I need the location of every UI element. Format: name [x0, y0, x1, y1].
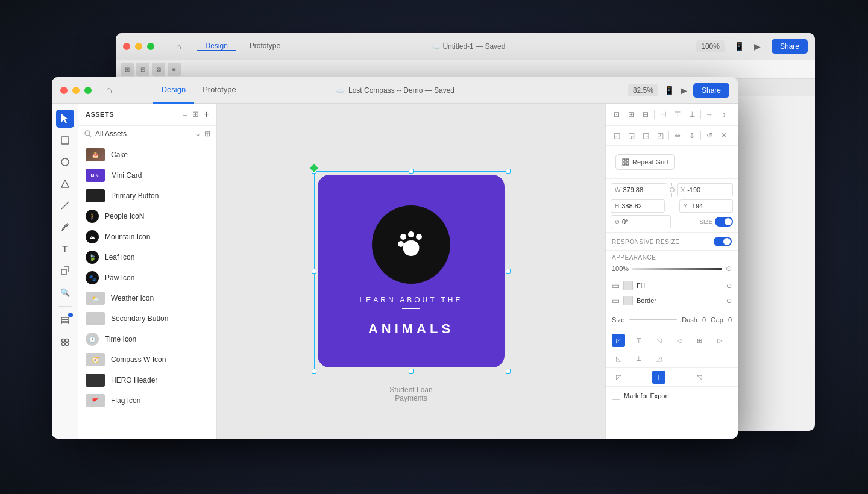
align-center-h-icon[interactable]: ⊞: [624, 106, 638, 123]
main-share-btn[interactable]: Share: [693, 83, 729, 98]
assets-list-view-btn[interactable]: ≡: [183, 110, 187, 119]
asset-item-hero-header[interactable]: HERO Header: [78, 370, 216, 390]
handle-bottom-right[interactable]: [506, 369, 511, 374]
transform-icon-4[interactable]: ◰: [653, 127, 667, 144]
align-bc-btn[interactable]: ⊥: [632, 352, 646, 365]
main-zoom-display[interactable]: 82.5%: [628, 84, 658, 96]
rectangle-tool-btn[interactable]: [56, 131, 74, 149]
zoom-tool-btn[interactable]: 🔍: [56, 283, 74, 301]
back-window-max-btn[interactable]: [147, 43, 154, 50]
distribute-v-icon[interactable]: ↕: [717, 106, 731, 123]
size-slider[interactable]: [629, 319, 677, 320]
flip-h-icon[interactable]: ⇔: [670, 127, 685, 144]
fill-eyedropper-btn[interactable]: ⊙: [726, 282, 732, 290]
layers-btn[interactable]: [56, 311, 74, 330]
main-window-min-btn[interactable]: [72, 87, 80, 94]
flip-v-icon[interactable]: ⇕: [685, 127, 699, 144]
corner-tl-btn[interactable]: ◸: [612, 370, 625, 384]
align-right-icon[interactable]: ⊟: [638, 106, 653, 123]
handle-bottom-middle[interactable]: [409, 369, 414, 374]
height-field[interactable]: H 388.82: [611, 199, 665, 213]
fill-color-swatch[interactable]: [623, 281, 633, 290]
size-toggle[interactable]: [715, 217, 733, 227]
canvas-area[interactable]: LEARN ABOUT THE ANIMALS: [217, 104, 605, 439]
main-window-close-btn[interactable]: [60, 87, 68, 94]
assets-filter-icon[interactable]: ⌄: [195, 130, 201, 138]
main-prototype-tab[interactable]: Prototype: [194, 77, 245, 104]
scale-icon[interactable]: ✕: [717, 127, 731, 144]
opacity-bar[interactable]: [632, 268, 722, 270]
back-window-min-btn[interactable]: [135, 43, 142, 50]
asset-item-mini-card[interactable]: MINI Mini Card: [78, 165, 216, 186]
asset-item-secondary-btn[interactable]: —— Secondary Button: [78, 308, 216, 329]
asset-item-paw-icon[interactable]: 🐾 Paw Icon: [78, 267, 216, 288]
rotate-field[interactable]: ↺ 0°: [611, 215, 671, 228]
main-play-icon[interactable]: ▶: [681, 86, 687, 95]
dimension-link-icon[interactable]: [670, 183, 675, 197]
asset-item-people-icon[interactable]: 🚶 People IcoN: [78, 206, 216, 227]
align-br-btn[interactable]: ◿: [652, 352, 665, 365]
handle-top-middle[interactable]: [409, 169, 414, 174]
opacity-eyedropper-icon[interactable]: ⊙: [726, 264, 732, 273]
align-left-icon[interactable]: ⊡: [609, 106, 624, 123]
back-window-device-icon[interactable]: 📱: [734, 42, 744, 51]
corner-tc-btn[interactable]: ⊤: [652, 370, 665, 384]
back-window-zoom[interactable]: 100%: [696, 40, 725, 52]
corner-tr-btn[interactable]: ◹: [693, 370, 706, 384]
align-tr-btn[interactable]: ◹: [652, 334, 665, 347]
width-field[interactable]: W 379.88: [611, 183, 667, 196]
back-window-share-btn[interactable]: Share: [772, 39, 808, 54]
rotate-icon[interactable]: ↺: [702, 127, 717, 144]
ellipse-tool-btn[interactable]: [56, 153, 74, 171]
back-window-home-icon[interactable]: ⌂: [176, 42, 181, 51]
align-ml-btn[interactable]: ◁: [673, 334, 686, 347]
handle-middle-left[interactable]: [312, 269, 316, 274]
assets-grid-view-btn[interactable]: ⊞: [192, 110, 199, 119]
border-remove-btn[interactable]: ▭: [612, 296, 620, 305]
main-device-icon[interactable]: 📱: [664, 86, 675, 95]
asset-item-cake[interactable]: 🎂 Cake: [78, 145, 216, 165]
back-align-icon-4[interactable]: ≡: [168, 63, 181, 76]
back-window-design-tab[interactable]: Design: [197, 42, 236, 51]
responsive-resize-toggle[interactable]: [714, 237, 732, 246]
border-color-swatch[interactable]: [623, 296, 633, 305]
handle-middle-right[interactable]: [506, 269, 511, 274]
line-tool-btn[interactable]: [56, 196, 74, 214]
back-align-icon-1[interactable]: ⊞: [121, 63, 134, 76]
select-tool-btn[interactable]: [56, 110, 74, 128]
transform-icon-1[interactable]: ◱: [609, 127, 624, 144]
handle-top-right[interactable]: [506, 169, 511, 174]
align-mr-btn[interactable]: ▷: [713, 334, 726, 347]
boolean-tool-btn[interactable]: [56, 261, 74, 280]
align-bottom-icon[interactable]: ⊥: [685, 106, 699, 123]
asset-item-weather-icon[interactable]: ⛅ Weather Icon: [78, 288, 216, 308]
fill-remove-btn[interactable]: ▭: [612, 281, 620, 290]
transform-icon-3[interactable]: ◳: [638, 127, 653, 144]
align-middle-v-icon[interactable]: ⊤: [670, 106, 685, 123]
components-btn[interactable]: [56, 333, 74, 351]
align-mc-btn[interactable]: ⊞: [693, 334, 706, 347]
distribute-h-icon[interactable]: ↔: [702, 106, 717, 123]
handle-bottom-left[interactable]: [312, 369, 316, 374]
align-top-icon[interactable]: ⊣: [656, 106, 670, 123]
asset-item-time-icon[interactable]: 🕐 Time Icon: [78, 329, 216, 349]
main-window-max-btn[interactable]: [84, 87, 92, 94]
align-tl-btn[interactable]: ◸: [612, 334, 625, 347]
main-design-tab[interactable]: Design: [153, 77, 194, 104]
asset-item-flag-icon[interactable]: 🚩 Flag Icon: [78, 390, 216, 411]
back-window-play-icon[interactable]: ▶: [754, 42, 761, 51]
asset-item-primary-btn[interactable]: —— Primary Button: [78, 186, 216, 206]
align-tc-btn[interactable]: ⊤: [632, 334, 646, 347]
asset-item-mountain-icon[interactable]: ⛰ Mountain Icon: [78, 227, 216, 247]
export-checkbox[interactable]: [612, 392, 620, 400]
x-field[interactable]: X -190: [677, 183, 734, 196]
asset-item-compass-icon[interactable]: 🧭 Compass W Icon: [78, 349, 216, 370]
main-window-home-icon[interactable]: ⌂: [106, 85, 112, 96]
transform-icon-2[interactable]: ◲: [624, 127, 638, 144]
assets-add-btn[interactable]: +: [204, 110, 209, 119]
align-bl-btn[interactable]: ◺: [612, 352, 625, 365]
asset-item-leaf-icon[interactable]: 🍃 Leaf Icon: [78, 247, 216, 267]
back-align-icon-3[interactable]: ⊠: [152, 63, 165, 76]
assets-view-toggle-icon[interactable]: ⊞: [204, 130, 210, 138]
back-align-icon-2[interactable]: ⊟: [136, 63, 149, 76]
